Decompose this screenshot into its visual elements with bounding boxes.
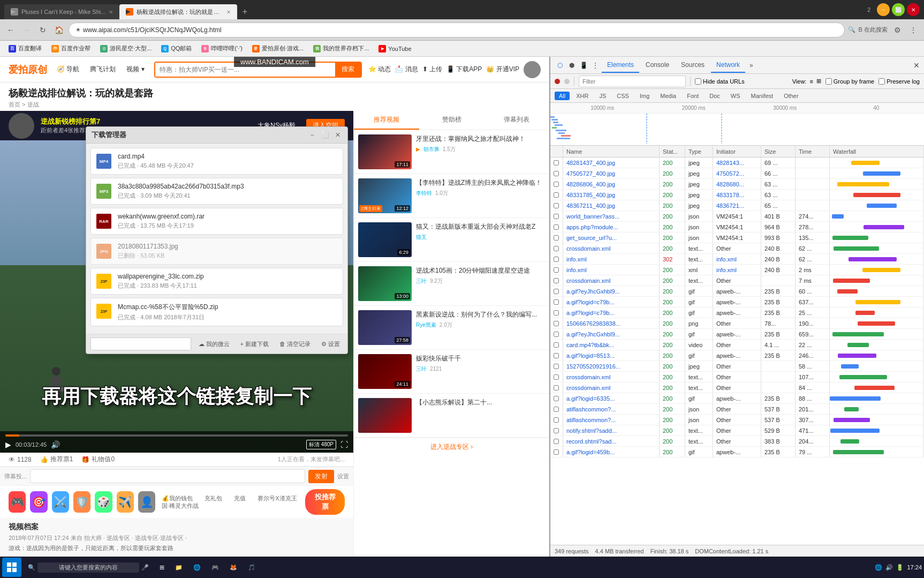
fullscreen-button[interactable]: ⛶ bbox=[340, 440, 348, 449]
preserve-log-label[interactable]: Preserve log bbox=[878, 78, 920, 85]
tab-danmu[interactable]: 弹幕列表 bbox=[484, 111, 549, 130]
table-row[interactable]: card.mp4?tb&bk... 200 video Other 4.1 ..… bbox=[550, 340, 924, 350]
game-icon-2[interactable]: 🎯 bbox=[30, 491, 47, 513]
list-item[interactable]: 13:00 逆战术105画：20分钟烟阳速度星空进途 三叶 9.2万 bbox=[354, 262, 549, 306]
back-button[interactable]: ← bbox=[4, 24, 17, 36]
table-row[interactable]: apps.php?module... 200 json VM2454:1 964… bbox=[550, 222, 924, 232]
row-checkbox-12[interactable] bbox=[550, 286, 563, 296]
filter-input[interactable] bbox=[579, 76, 686, 87]
row-checkbox-23[interactable] bbox=[550, 404, 563, 414]
taskbar-antivirus[interactable]: 🦊 bbox=[225, 559, 241, 576]
row-checkbox-9[interactable] bbox=[550, 254, 563, 264]
site-logo[interactable]: 爱拍原创 bbox=[9, 63, 47, 76]
recommend-button[interactable]: 投推荐票 bbox=[305, 489, 345, 515]
table-row[interactable]: a.gif?logid=c79b... 200 gif apweb-... 23… bbox=[550, 307, 924, 318]
game-icon-6[interactable]: ✈️ bbox=[117, 491, 134, 513]
taskbar-explorer[interactable]: 📁 bbox=[171, 559, 187, 576]
table-row[interactable]: a.gif?eyJhcGxhbl9... 200 gif apweb-... 2… bbox=[550, 329, 924, 340]
row-checkbox-10[interactable] bbox=[550, 265, 563, 275]
bookmark-aipai[interactable]: 爱 爱拍原创·游戏... bbox=[248, 42, 308, 55]
dm-minimize-button[interactable]: − bbox=[308, 131, 316, 139]
row-checkbox-1[interactable] bbox=[550, 168, 563, 178]
quality-button[interactable]: 标清 480P bbox=[306, 440, 336, 449]
row-checkbox-4[interactable] bbox=[550, 200, 563, 211]
dt-tab-elements[interactable]: Elements bbox=[602, 58, 639, 73]
minimize-button[interactable]: − bbox=[877, 3, 890, 16]
row-checkbox-5[interactable] bbox=[550, 211, 563, 221]
row-checkbox-22[interactable] bbox=[550, 393, 563, 403]
row-checkbox-3[interactable] bbox=[550, 190, 563, 200]
filter-tab-img[interactable]: Img bbox=[635, 92, 654, 100]
dm-settings-button[interactable]: ⚙ 设置 bbox=[318, 339, 343, 350]
table-row[interactable]: a.gif?logid=c79b... 200 gif apweb-... 23… bbox=[550, 297, 924, 307]
table-row[interactable]: 48286806_400.jpg 200 jpeg 4828680... 63 … bbox=[550, 179, 924, 190]
inspect-element-button[interactable]: ⬡ bbox=[555, 60, 565, 71]
dm-close-button[interactable]: ✕ bbox=[334, 131, 342, 139]
col-header-waterfall[interactable]: Waterfall bbox=[830, 146, 924, 157]
bookmark-bilibili[interactable]: B 哔哩哔哩('·') bbox=[197, 42, 247, 55]
dm-maximize-button[interactable]: ⬜ bbox=[321, 131, 329, 139]
tab-sponsor[interactable]: 赞助榜 bbox=[419, 111, 484, 130]
dt-more-tabs[interactable]: » bbox=[746, 59, 756, 71]
filter-tab-other[interactable]: Other bbox=[779, 92, 803, 100]
new-tab-button[interactable]: + bbox=[237, 4, 252, 19]
nav-guide[interactable]: 🧭 导航 bbox=[54, 63, 82, 76]
dm-clearhistory-button[interactable]: 🗑 清空记录 bbox=[276, 339, 314, 350]
action-dynamic[interactable]: ⭐ 动态 bbox=[368, 65, 391, 74]
taskbar-task-view[interactable]: ⊞ bbox=[155, 559, 169, 576]
row-checkbox-15[interactable] bbox=[550, 318, 563, 328]
table-row[interactable]: get_source_url?u... 200 json VM2454:1 99… bbox=[550, 232, 924, 243]
tab-recommended[interactable]: 推荐视频 bbox=[354, 111, 419, 130]
extensions-button[interactable]: ⚙ bbox=[891, 24, 904, 36]
volume-taskbar-icon[interactable]: 🔊 bbox=[885, 564, 893, 571]
table-row[interactable]: crossdomain.xml 200 text... Other 240 B … bbox=[550, 243, 924, 254]
bookmark-youmin[interactable]: 游 游民星空·大型... bbox=[96, 42, 156, 55]
filter-tab-ws[interactable]: WS bbox=[726, 92, 745, 100]
filter-tab-all[interactable]: All bbox=[555, 92, 570, 100]
filter-tab-manifest[interactable]: Manifest bbox=[747, 92, 778, 100]
danmu-send-button[interactable]: 发射 bbox=[308, 470, 334, 483]
stat-recommend[interactable]: 👍 推荐票1 bbox=[40, 455, 73, 464]
table-row[interactable]: notify.shtml?sadd... 200 text... Other 5… bbox=[550, 425, 924, 436]
taskbar-search[interactable]: 🔍 请键入您要搜索的内容 🎤 bbox=[24, 559, 153, 576]
game-icon-7[interactable]: 👤 bbox=[138, 491, 155, 513]
dm-search-input[interactable] bbox=[90, 337, 191, 350]
table-row[interactable]: info.xml 302 text... info.xml 240 B 62 .… bbox=[550, 254, 924, 265]
row-checkbox-11[interactable] bbox=[550, 275, 563, 286]
table-row[interactable]: 150666762983838... 200 png Other 78... 1… bbox=[550, 318, 924, 329]
dm-mycloud-button[interactable]: ☁ 我的微云 bbox=[195, 339, 233, 350]
list-item[interactable]: 27:58 黑素新设逆战：别何为了什么？我的编写... Rye黑素 2.0万 bbox=[354, 306, 549, 350]
game-icon-4[interactable]: 🛡️ bbox=[73, 491, 90, 513]
table-row[interactable]: 48331785_400.jpg 200 jpeg 4833178... 63 … bbox=[550, 190, 924, 200]
row-checkbox-20[interactable] bbox=[550, 372, 563, 382]
col-header-name[interactable]: Name bbox=[563, 146, 660, 157]
list-item[interactable]: 12:12 Z博主归来 【李特特】逆战Z博主的归来凤凰之神降临！ 李特特 1.0… bbox=[354, 174, 549, 218]
list-item[interactable]: 【小志熊乐解说】第二十... bbox=[354, 394, 549, 438]
col-header-time[interactable]: Time bbox=[796, 146, 830, 157]
table-row[interactable]: crossdomain.xml 200 text... Other 107... bbox=[550, 372, 924, 382]
danmu-settings-button[interactable]: 设置 bbox=[337, 472, 349, 481]
bookmark-qq-mail[interactable]: Q QQ邮箱 bbox=[157, 42, 196, 55]
row-checkbox-16[interactable] bbox=[550, 329, 563, 339]
row-checkbox-24[interactable] bbox=[550, 415, 563, 425]
taskbar-music[interactable]: 🎵 bbox=[244, 559, 260, 576]
table-row[interactable]: atiflashcommon?... 200 json Other 537 B … bbox=[550, 404, 924, 415]
volume-icon[interactable]: 🔊 bbox=[51, 440, 60, 449]
menu-button[interactable]: ⋮ bbox=[907, 24, 920, 36]
row-checkbox-18[interactable] bbox=[550, 350, 563, 361]
row-checkbox-6[interactable] bbox=[550, 222, 563, 232]
mic-icon[interactable]: 🎤 bbox=[141, 564, 149, 571]
row-checkbox-8[interactable] bbox=[550, 243, 563, 253]
bookmark-baidu-translate[interactable]: 百 百度翻译 bbox=[4, 42, 46, 55]
col-header-size[interactable]: Size bbox=[761, 146, 796, 157]
network-icon[interactable]: 🌐 bbox=[875, 564, 882, 571]
nav-tengfei[interactable]: 腾飞计划 bbox=[87, 63, 119, 76]
table-row[interactable]: 152705520921916... 200 jpeg Other 58 ... bbox=[550, 361, 924, 372]
filter-tab-media[interactable]: Media bbox=[656, 92, 680, 100]
home-button[interactable]: 🏠 bbox=[52, 24, 65, 36]
preserve-log-checkbox[interactable] bbox=[878, 78, 885, 85]
dt-tab-network[interactable]: Network bbox=[711, 58, 745, 73]
row-checkbox-19[interactable] bbox=[550, 361, 563, 371]
dt-tab-console[interactable]: Console bbox=[640, 58, 675, 73]
game-icon-3[interactable]: ⚔️ bbox=[52, 491, 69, 513]
